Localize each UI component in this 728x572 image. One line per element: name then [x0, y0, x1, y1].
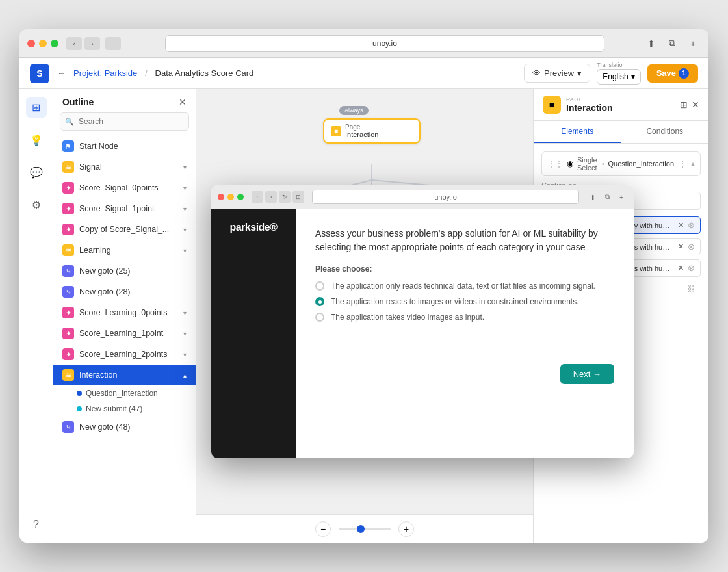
option-3-remove-icon[interactable]: ✕	[678, 264, 684, 272]
eye-icon: 👁	[532, 68, 541, 78]
option-1-remove-icon[interactable]: ✕	[678, 221, 684, 229]
tab-conditions[interactable]: Conditions	[621, 121, 709, 143]
sidebar-item-start-node[interactable]: ⚑ Start Node	[53, 136, 196, 157]
overlay-reload-btn[interactable]: ↻	[279, 191, 291, 203]
collapse-icon[interactable]: ▴	[691, 159, 695, 168]
sidebar-icon-settings[interactable]: ⚙	[26, 194, 47, 215]
sidebar-icon-layers[interactable]: ⊞	[26, 97, 47, 118]
overlay-urlbar[interactable]: unoy.io	[312, 190, 579, 204]
overlay-radio-item-3[interactable]: The application takes video images as in…	[315, 313, 614, 322]
option-2-remove-icon[interactable]: ✕	[678, 242, 684, 251]
option-2-delete-icon[interactable]: ⊗	[688, 242, 695, 252]
grid-icon[interactable]: ⊞	[680, 99, 688, 110]
rp-page-icon: ■	[543, 96, 561, 114]
copy-score-icon: ✦	[62, 224, 74, 235]
overlay-actions: ⬆ ⧉ +	[587, 191, 627, 203]
drag-handle-icon: ⋮⋮	[547, 159, 563, 168]
duplicate-icon[interactable]: ⧉	[664, 36, 680, 51]
score-learning-0-icon: ✦	[62, 307, 74, 318]
more-options-icon[interactable]: ⋮	[678, 159, 687, 169]
close-button[interactable]	[27, 40, 35, 47]
overlay-radio-2[interactable]	[315, 297, 324, 306]
sidebar-item-goto-48[interactable]: ⤷ New goto (48)	[53, 417, 196, 437]
overlay-more-icon[interactable]: +	[616, 191, 627, 203]
sidebar-item-score-learning-1[interactable]: ✦ Score_Learning_1point ▾	[53, 323, 196, 344]
sidebar-item-score-learning-2[interactable]: ✦ Score_Learning_2points ▾	[53, 344, 196, 365]
overlay-maximize-btn[interactable]	[237, 194, 244, 200]
translation-label: Translation	[597, 62, 640, 68]
goto-25-icon: ⤷	[62, 265, 74, 277]
url-bar[interactable]: unoy.io	[165, 35, 604, 52]
title-bar: ‹ › unoy.io ⬆ ⧉ +	[20, 29, 708, 58]
sidebar-item-copy-score[interactable]: ✦ Copy of Score_Signal_... ▾	[53, 219, 196, 240]
option-1-delete-icon[interactable]: ⊗	[688, 220, 695, 230]
zoom-controls: − +	[196, 514, 533, 543]
overlay-logo: parkside®	[229, 222, 277, 233]
interaction-icon: ≋	[62, 369, 74, 381]
score-signal-1-icon: ✦	[62, 203, 74, 214]
overlay-share-icon[interactable]: ⬆	[587, 191, 599, 203]
overlay-radio-item-2[interactable]: The application reacts to images or vide…	[315, 297, 614, 306]
overlay-forward-btn[interactable]: ›	[265, 191, 277, 203]
close-outline-icon[interactable]: ✕	[179, 97, 187, 107]
sidebar-item-score-signal-0[interactable]: ✦ Score_Signal_0points ▾	[53, 177, 196, 198]
back-button[interactable]: ←	[57, 68, 66, 78]
sidebar-item-score-signal-1[interactable]: ✦ Score_Signal_1point ▾	[53, 198, 196, 219]
sidebar-item-goto-25[interactable]: ⤷ New goto (25)	[53, 261, 196, 281]
option-3-delete-icon[interactable]: ⊗	[688, 263, 695, 273]
overlay-radio-3[interactable]	[315, 313, 324, 322]
overlay-minimize-btn[interactable]	[228, 194, 234, 200]
sidebar-subitem-new-submit[interactable]: New submit (47)	[53, 401, 196, 417]
overlay-option-2-text: The application reacts to images or vide…	[331, 297, 579, 306]
app-toolbar: S ← Projekt: Parkside / Data Analytics S…	[20, 58, 708, 89]
outline-header: Outline ✕	[53, 89, 196, 112]
tab-elements[interactable]: Elements	[534, 121, 621, 143]
sidebar-item-score-learning-0[interactable]: ✦ Score_Learning_0points ▾	[53, 302, 196, 323]
sidebar-subitem-question-interaction[interactable]: Question_Interaction	[53, 385, 196, 401]
page-node-icon: ■	[331, 126, 341, 136]
goto-28-label: New goto (28)	[79, 287, 131, 296]
save-badge: 1	[679, 68, 689, 79]
maximize-button[interactable]	[51, 40, 58, 47]
flow-node-interaction-page[interactable]: ■ Page Interaction	[323, 118, 421, 144]
zoom-slider[interactable]	[339, 528, 391, 530]
add-tab-icon[interactable]: +	[685, 36, 701, 51]
overlay-radio-1[interactable]	[315, 281, 324, 291]
learning-label: Learning	[79, 246, 111, 255]
share-icon[interactable]: ⬆	[644, 36, 659, 51]
zoom-in-button[interactable]: +	[398, 521, 414, 537]
overlay-back-btn[interactable]: ‹	[252, 191, 263, 203]
layout-button[interactable]	[105, 37, 121, 50]
zoom-out-button[interactable]: −	[315, 521, 331, 537]
start-node-label: Start Node	[79, 142, 118, 151]
language-select[interactable]: English ▾	[597, 69, 640, 84]
sidebar-icon-lightbulb[interactable]: 💡	[26, 129, 47, 150]
preview-label: Preview	[544, 68, 574, 78]
sidebar-icon-chat[interactable]: 💬	[26, 162, 47, 183]
overlay-close-btn[interactable]	[218, 194, 224, 200]
overlay-copy-icon[interactable]: ⧉	[601, 191, 613, 203]
outline-search: 🔍	[60, 112, 189, 131]
overlay-radio-item-1[interactable]: The application only reads technical dat…	[315, 281, 614, 291]
outline-items: ⚑ Start Node ≋ Signal ▾ ✦ Score_Signal_0…	[53, 136, 196, 543]
sidebar-item-signal[interactable]: ≋ Signal ▾	[53, 157, 196, 177]
language-value: English	[603, 72, 628, 81]
forward-nav-button[interactable]: ›	[84, 37, 100, 50]
minimize-button[interactable]	[39, 40, 47, 47]
search-input[interactable]	[60, 112, 189, 131]
close-right-panel-icon[interactable]: ✕	[692, 99, 699, 110]
link-icon[interactable]: ⛓	[688, 285, 696, 294]
sidebar-item-learning[interactable]: ≋ Learning ▾	[53, 240, 196, 261]
save-label: Save	[656, 68, 676, 78]
sidebar-icon-help[interactable]: ?	[26, 514, 47, 535]
overlay-next-button[interactable]: Next →	[560, 364, 614, 384]
interaction-label: Interaction	[79, 370, 117, 380]
back-nav-button[interactable]: ‹	[66, 37, 82, 50]
breadcrumb-project[interactable]: Projekt: Parkside	[73, 68, 137, 78]
overlay-layout-btn[interactable]: ⊡	[292, 191, 304, 203]
overlay-sidebar: parkside®	[211, 209, 296, 458]
preview-button[interactable]: 👁 Preview ▾	[524, 64, 590, 83]
sidebar-item-interaction[interactable]: ≋ Interaction ▴	[53, 365, 196, 385]
save-button[interactable]: Save 1	[647, 64, 698, 83]
sidebar-item-goto-28[interactable]: ⤷ New goto (28)	[53, 281, 196, 302]
